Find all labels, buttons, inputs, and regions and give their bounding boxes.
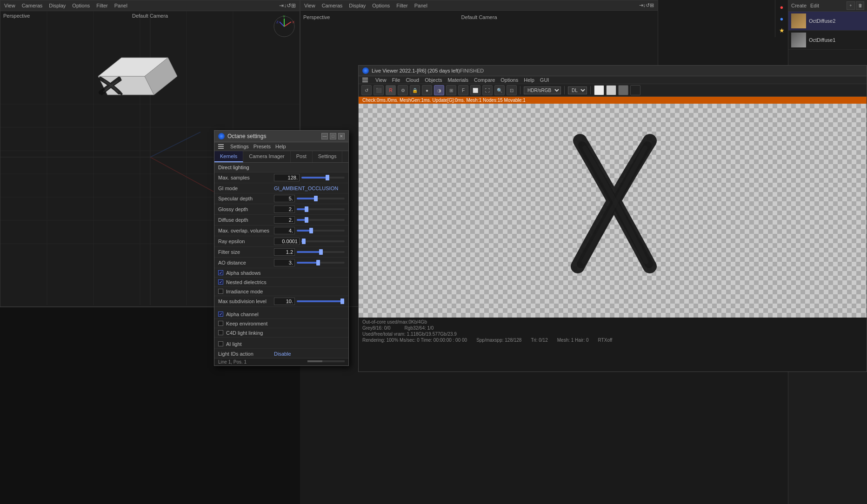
toolbar-render-btn[interactable]: R [386, 85, 396, 95]
material-item-octdiffuse2[interactable]: OctDiffuse2 [788, 12, 867, 31]
ao-distance-input[interactable] [274, 259, 295, 266]
filter-menu[interactable]: Filter [96, 3, 107, 8]
ai-light-row[interactable]: AI light [214, 339, 348, 349]
toolbar-white-dot[interactable] [594, 85, 604, 95]
svg-line-21 [280, 22, 284, 27]
dialog-hamburger-icon[interactable] [218, 144, 224, 149]
lv-view-menu[interactable]: View [375, 77, 387, 83]
ray-epsilon-input[interactable] [274, 238, 300, 245]
lv-cloud-menu[interactable]: Cloud [406, 77, 419, 83]
cameras-menu[interactable]: Cameras [22, 3, 43, 8]
minimize-button[interactable]: — [321, 133, 328, 139]
toolbar-black-sq[interactable] [630, 85, 640, 95]
edit-button[interactable]: Edit [810, 3, 819, 8]
rv-filter-menu[interactable]: Filter [396, 3, 407, 8]
help-menu-item[interactable]: Help [275, 144, 286, 149]
toolbar-fit-btn[interactable]: ⊡ [507, 85, 517, 95]
max-samples-slider[interactable] [301, 177, 345, 179]
lv-objects-menu[interactable]: Objects [425, 77, 442, 83]
specular-depth-input[interactable] [274, 195, 295, 202]
side-icon-red[interactable]: ● [777, 2, 787, 12]
toolbar-zoom-btn[interactable]: 🔍 [494, 85, 505, 95]
lv-help-menu[interactable]: Help [524, 77, 534, 83]
ai-light-checkbox[interactable] [218, 341, 223, 346]
rv-cameras-menu[interactable]: Cameras [322, 3, 343, 8]
tab-settings[interactable]: Settings [313, 151, 343, 162]
hamburger-menu-icon[interactable] [362, 78, 368, 82]
rv-display-menu[interactable]: Display [349, 3, 366, 8]
maximize-button[interactable]: □ [330, 133, 336, 139]
presets-menu-item[interactable]: Presets [253, 144, 271, 149]
alpha-shadows-checkbox[interactable]: ✓ [218, 270, 223, 275]
material-item-octdiffuse1[interactable]: OctDiffuse1 [788, 31, 867, 50]
lv-compare-menu[interactable]: Compare [474, 77, 495, 83]
toolbar-reset-btn[interactable]: ↺ [361, 85, 372, 95]
irradiance-mode-row[interactable]: Irradiance mode [214, 287, 348, 296]
rv-view-menu[interactable]: View [304, 3, 315, 8]
lv-gui-menu[interactable]: GUI [540, 77, 549, 83]
lv-canvas[interactable] [359, 104, 867, 318]
alpha-shadows-row[interactable]: ✓ Alpha shadows [214, 268, 348, 278]
lv-file-menu[interactable]: File [392, 77, 400, 83]
light-ids-action-value[interactable]: Disable [274, 351, 291, 357]
irradiance-mode-checkbox[interactable] [218, 289, 223, 294]
panel-delete-btn[interactable]: 🗑 [856, 1, 864, 10]
c4d-light-linking-label: C4D light linking [226, 330, 263, 336]
rv-panel-menu[interactable]: Panel [414, 3, 427, 8]
gi-mode-value[interactable]: GI_AMBIENT_OCCLUSION [274, 186, 338, 191]
close-button[interactable]: ✕ [338, 133, 345, 139]
alpha-channel-checkbox[interactable]: ✓ [218, 312, 223, 317]
max-subdivision-level-input[interactable] [274, 298, 295, 305]
side-icon-star[interactable]: ★ [777, 25, 787, 35]
max-samples-input[interactable] [274, 174, 300, 181]
toolbar-dark-sq[interactable] [618, 85, 628, 95]
max-overlap-volumes-input[interactable] [274, 227, 295, 234]
display-menu[interactable]: Display [49, 3, 66, 8]
c4d-light-linking-row[interactable]: C4D light linking [214, 328, 348, 338]
toolbar-settings-btn[interactable]: ⚙ [398, 85, 408, 95]
max-subdivision-level-row: Max subdivision level [214, 296, 348, 307]
tab-kernels[interactable]: Kernels [214, 151, 243, 162]
keep-environment-checkbox[interactable] [218, 321, 223, 326]
alpha-channel-row[interactable]: ✓ Alpha channel [214, 310, 348, 319]
view-menu[interactable]: View [4, 3, 15, 8]
toolbar-expand-btn[interactable]: ⬜ [470, 85, 480, 95]
toolbar-grid-btn[interactable]: ⊞ [446, 85, 456, 95]
tab-post[interactable]: Post [291, 151, 313, 162]
lv-options-menu[interactable]: Options [500, 77, 518, 83]
toolbar-lock-btn[interactable]: 🔒 [410, 85, 420, 95]
filter-size-slider[interactable] [297, 251, 345, 253]
nested-dielectrics-row[interactable]: ✓ Nested dielectrics [214, 278, 348, 287]
settings-menu-item[interactable]: Settings [230, 144, 249, 149]
lv-materials-menu[interactable]: Materials [447, 77, 468, 83]
toolbar-white-sq[interactable] [606, 85, 616, 95]
toolbar-pan-btn[interactable]: ⛶ [482, 85, 493, 95]
toolbar-f-btn[interactable]: F [458, 85, 468, 95]
dl-select[interactable]: DL [568, 86, 587, 94]
c4d-light-linking-checkbox[interactable] [218, 330, 223, 335]
toolbar-sphere-btn[interactable]: ● [422, 85, 432, 95]
nested-dielectrics-checkbox[interactable]: ✓ [218, 279, 223, 285]
max-subdivision-level-slider[interactable] [297, 300, 345, 302]
ray-epsilon-slider[interactable] [301, 240, 345, 242]
toolbar-stop-btn[interactable]: ⬛ [373, 85, 384, 95]
diffuse-depth-input[interactable] [274, 216, 295, 224]
keep-environment-row[interactable]: Keep environment [214, 319, 348, 328]
filter-size-input[interactable] [274, 248, 295, 256]
create-button[interactable]: Create [791, 3, 807, 8]
rv-options-menu[interactable]: Options [372, 3, 390, 8]
tab-camera-imager[interactable]: Camera Imager [243, 151, 290, 162]
hdr-select[interactable]: HDR/sRGB [524, 86, 561, 94]
glossy-depth-input[interactable] [274, 206, 295, 213]
side-icon-blue[interactable]: ● [777, 13, 787, 24]
max-overlap-volumes-slider[interactable] [297, 230, 345, 232]
panel-add-btn[interactable]: + [847, 1, 855, 10]
rv-camera-label: Default Camera [461, 14, 497, 20]
diffuse-depth-slider[interactable] [297, 219, 345, 221]
options-menu[interactable]: Options [72, 3, 90, 8]
ao-distance-slider[interactable] [297, 262, 345, 264]
toolbar-material-btn[interactable]: ◑ [434, 85, 444, 95]
specular-depth-slider[interactable] [297, 198, 345, 199]
glossy-depth-slider[interactable] [297, 208, 345, 210]
panel-menu[interactable]: Panel [114, 3, 127, 8]
